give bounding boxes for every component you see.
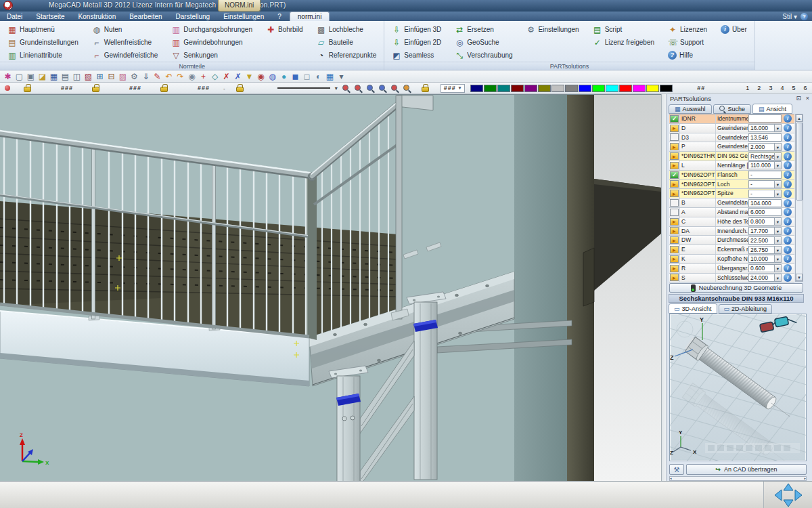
info-button[interactable]: i (784, 190, 792, 198)
info-button[interactable]: i (784, 255, 792, 263)
info-button[interactable]: i (784, 180, 792, 188)
color-swatch-olive[interactable] (538, 85, 551, 92)
lock-icon[interactable] (236, 87, 244, 92)
ribbon-button[interactable]: i Über (719, 23, 749, 36)
zoom-in-icon[interactable] (378, 84, 388, 93)
floating-config-tab[interactable]: NORM.ini (218, 0, 261, 12)
table-row[interactable]: A Abstand ma... 6.000▾ i (669, 208, 794, 217)
panel-hscrollbar[interactable]: ◂▸ (669, 476, 807, 481)
param-value-field[interactable]: 16.000▾ (748, 124, 782, 132)
copy-icon[interactable]: ⊞ (94, 71, 106, 82)
effects-icon[interactable]: ✱ (2, 71, 14, 82)
info-button[interactable]: i (784, 236, 792, 245)
viewport-scrollbar[interactable] (661, 94, 667, 481)
ribbon-button[interactable]: ✚ Bohrbild (264, 23, 305, 36)
folder-icon[interactable]: ◪ (37, 71, 48, 82)
delete-red-icon[interactable]: ✗ (221, 71, 232, 82)
table-row[interactable]: *DIN962THREAD DIN 962 Ge... Rechtsgewin▾… (669, 152, 794, 161)
transfer-to-cad-button[interactable]: ↪ An CAD übertragen (686, 464, 807, 475)
viewport-3d[interactable]: Z X (0, 94, 661, 481)
color-swatch-gray[interactable] (565, 85, 578, 92)
info-button[interactable]: i (784, 133, 792, 142)
ribbon-button[interactable]: ⇄ Ersetzen (453, 23, 514, 36)
color-swatch-lime[interactable] (592, 85, 605, 92)
color-swatch-cyan[interactable] (606, 85, 618, 92)
color-swatch-blue[interactable] (579, 85, 591, 92)
lock-icon[interactable] (92, 87, 99, 92)
color-swatch-teal[interactable] (497, 85, 510, 92)
color-swatch-navy[interactable] (470, 85, 483, 92)
param-value-field[interactable]: 10.000▾ (748, 255, 782, 263)
scroll-up-icon[interactable]: ▲ (796, 114, 803, 122)
pen-number[interactable]: 4 (776, 85, 788, 91)
ribbon-button[interactable]: ▤ Script (591, 23, 656, 36)
ribbon-button[interactable]: ☏ Support (666, 36, 709, 49)
style-menu[interactable]: Stil ▾ (782, 13, 797, 20)
red-pen-icon[interactable]: ✎ (152, 71, 163, 82)
plot-icon[interactable]: ▧ (83, 71, 94, 82)
lock-icon[interactable] (160, 87, 168, 92)
param-value-field[interactable]: 17.700▾ (748, 227, 782, 235)
scroll-down-icon[interactable]: ▼ (796, 274, 803, 281)
tab-auswahl[interactable]: ▦Auswahl (669, 104, 712, 114)
pen-number[interactable]: 1 (742, 85, 753, 91)
param-value-field[interactable]: -▾ (748, 180, 782, 188)
tab-ansicht[interactable]: ▤Ansicht (752, 104, 792, 114)
table-row[interactable]: L Nennlänge [... 110.000▾ i (669, 161, 794, 171)
table-row[interactable]: DA Innendurch... 17.700▾ i (669, 227, 794, 236)
menu-item[interactable]: Datei (0, 13, 29, 20)
info-button[interactable]: i (784, 217, 792, 226)
shade-icon[interactable]: ◐ (313, 71, 324, 82)
ribbon-button[interactable]: ▤ Grundeinstellungen (5, 36, 81, 49)
ribbon-button[interactable]: ▱ Bauteile (315, 36, 379, 49)
ribbon-button[interactable]: ◔ Referenzpunkte (315, 49, 379, 62)
gears-icon[interactable]: ⚙ (129, 71, 140, 82)
ribbon-button[interactable]: ⌐ Gewindefreistiche (90, 49, 160, 62)
export-icon[interactable]: ⇓ (140, 71, 152, 82)
dropdown-button[interactable]: ▾ (774, 274, 781, 281)
dropdown-button[interactable]: ▾ (774, 265, 781, 272)
dropdown-button[interactable]: ▾ (774, 218, 781, 225)
user-icon[interactable]: ◉ (255, 71, 267, 82)
coordinate-axes-icon[interactable]: + (198, 71, 209, 82)
param-value-field[interactable]: 24.000▾ (748, 274, 782, 282)
param-value-field[interactable]: 26.750▾ (748, 246, 782, 254)
ribbon-button[interactable]: ◎ GeoSuche (453, 36, 514, 49)
open-file-icon[interactable]: ▣ (25, 71, 37, 82)
undo-icon[interactable]: ↶ (163, 71, 175, 82)
dropdown-button[interactable]: ▾ (774, 162, 781, 169)
ribbon-button[interactable]: ✓ Lizenz freigeben (591, 36, 656, 49)
snap-point-icon[interactable] (5, 85, 10, 91)
views-icon[interactable]: ▦ (324, 71, 336, 82)
dropdown-button[interactable]: ▾ (774, 153, 781, 160)
table-row[interactable]: E Eckenmaß m... 26.750▾ i (669, 245, 794, 255)
tab-3d-ansicht[interactable]: ▭3D-Ansicht (669, 303, 717, 314)
paste-icon[interactable]: ⊟ (106, 71, 117, 82)
param-value-field[interactable]: 110.000▾ (748, 161, 782, 169)
line-width-dropdown[interactable]: ▾ (335, 85, 338, 91)
table-row[interactable]: IDNR Identnummer ▾ i (669, 114, 794, 124)
value-placeholder[interactable]: ### (198, 85, 210, 91)
dropdown-button[interactable]: ▾ (774, 237, 781, 244)
param-value-field[interactable]: Rechtsgewin▾ (748, 152, 782, 161)
part-preview-3d[interactable]: Y Z Y Z X (669, 314, 807, 461)
lock-icon[interactable] (24, 87, 31, 92)
zoom-dynamic-icon[interactable] (403, 84, 412, 93)
ribbon-button[interactable]: ⇩ Einfügen 3D (390, 23, 443, 36)
settings-wrench-button[interactable]: ⚒ (669, 464, 684, 475)
dropdown-button[interactable]: ▾ (774, 125, 781, 131)
info-button[interactable]: i (784, 171, 792, 179)
print-preview-icon[interactable]: ◫ (71, 71, 83, 82)
info-button[interactable]: i (784, 199, 792, 207)
ribbon-button[interactable]: ⌐ Wellenfreistiche (90, 36, 160, 49)
ribbon-button[interactable]: ▽ Senkungen (169, 49, 254, 62)
table-row[interactable]: *DIN962OPT1 Flansch -▾ i (669, 171, 794, 180)
pen-number[interactable]: 3 (765, 85, 776, 91)
info-button[interactable]: i (784, 264, 792, 272)
close-icon[interactable]: × (806, 95, 809, 102)
table-row[interactable]: DW Durchmesser... 22.500▾ i (669, 236, 794, 245)
color-swatch-maroon[interactable] (511, 85, 524, 92)
zoom-window-icon[interactable] (342, 84, 351, 93)
sphere-icon[interactable]: ● (278, 71, 290, 82)
table-row[interactable]: D Gewindenen... 16.000▾ i (669, 124, 794, 133)
